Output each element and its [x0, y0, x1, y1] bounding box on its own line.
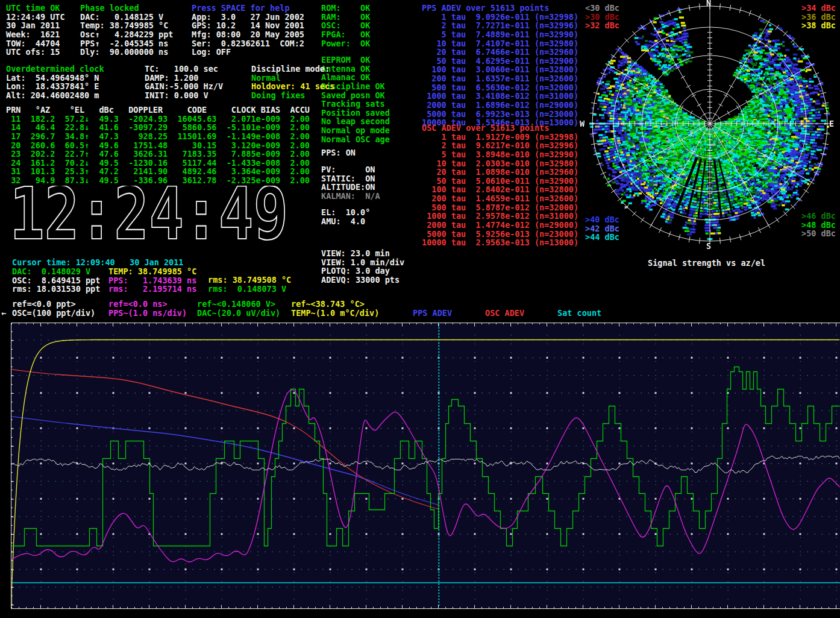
ref-osc: ref=<0.0 ppt>OSC=(100 ppt/div)	[12, 300, 95, 317]
ref-pps: ref=<0.0 ns>PPS~(1.0 ns/div)	[108, 300, 187, 317]
scroll-arrow: ←	[1, 309, 6, 318]
pps-adev-table: PPS ADEV over 51613 points 1 tau 9.0926e…	[422, 4, 578, 127]
label-pps-adev: PPS ADEV	[413, 309, 452, 318]
signal-strength-polar-map	[578, 0, 840, 257]
ref-temp: ref~<38.743 °C>TEMP~(1.0 m°C/div)	[291, 300, 379, 317]
cursor-col-osc: DAC: 0.148029 VOSC: 8.649415 pptrms: 18.…	[12, 267, 100, 294]
fix-modes: PV: ONSTATIC: ONALTITUDE:ONKALMAN: N/A	[321, 165, 380, 201]
digital-clock-digits: 12:24:49	[10, 186, 288, 248]
history-plot-canvas[interactable]	[0, 320, 840, 618]
el-amu: EL: 10.0°AMU: 4.0	[321, 208, 370, 225]
digital-clock: 12:24:49	[8, 186, 298, 248]
utc-block: UTC time OK12:24:49 UTC30 Jan 2011Week: …	[6, 4, 65, 57]
phase-block: Phase lockedDAC: 0.148125 VTemp: 38.7499…	[80, 4, 173, 57]
label-sat-count: Sat count	[557, 309, 601, 318]
device-status: ROM: OKRAM: OKOSC: OKFPGA: OKPower: OK	[321, 4, 370, 48]
compass-west-label: W	[580, 119, 585, 128]
pps-state: PPS: ON	[321, 148, 356, 157]
discipline-block: Discipline mode:NormalHoldover: 41 secsD…	[251, 65, 334, 100]
ref-dac: ref~<0.148060 V>DAC~(20.0 uV/div)	[197, 300, 280, 317]
osc-adev-table: OSC ADEV over 51613 points 1 tau 1.9127e…	[422, 124, 578, 247]
compass-east-label: E	[829, 119, 834, 128]
view-settings: VIEW: 23.0 minVIEW: 1.0 min/divPLOTQ: 3.…	[321, 249, 404, 285]
compass-north-label: N	[706, 0, 711, 8]
cursor-time: Cursor time: 12:09:40 30 Jan 2011	[12, 258, 183, 267]
cursor-col-temp: rms: 38.749508 °Crms: 0.148073 V	[208, 276, 291, 293]
position-block: Overdetermined clockLat: 54.4964948° NLo…	[6, 65, 104, 100]
loop-params: TC: 100.0 secDAMP: 1.200GAIN:-5.000 Hz/V…	[145, 65, 223, 100]
lady-heather-screen: UTC time OK12:24:49 UTC30 Jan 2011Week: …	[0, 0, 840, 618]
cursor-col-pps: TEMP: 38.749985 °CPPS: 1.743639 nsrms: 2…	[108, 267, 196, 294]
help-block: Press SPACE for helpApp: 3.0 27 Jun 2002…	[192, 4, 304, 57]
compass-south-label: S	[706, 241, 711, 251]
label-osc-adev: OSC ADEV	[485, 309, 524, 318]
polar-plot-title: Signal strength vs az/el	[648, 258, 765, 268]
sat-table: PRN °AZ °EL dBc DOPPLER CODE CLOCK BIAS …	[6, 106, 310, 185]
